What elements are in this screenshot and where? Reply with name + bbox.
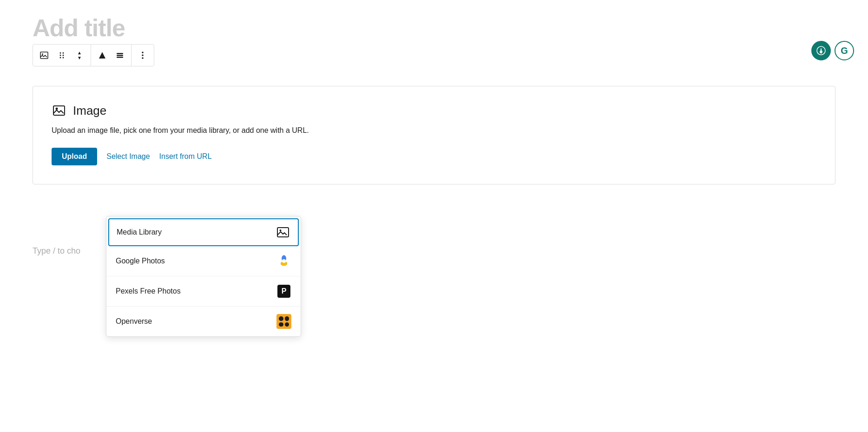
svg-point-14 [142,57,144,59]
image-block-icon [52,103,66,118]
svg-rect-10 [117,55,123,56]
block-toolbar: ▲ ▼ [33,44,154,66]
svg-point-4 [60,55,61,56]
dropdown-item-pexels[interactable]: Pexels Free Photos P [106,276,301,307]
insert-from-url-button[interactable]: Insert from URL [159,152,212,161]
svg-point-3 [63,52,64,54]
toolbar-group-2 [91,45,132,66]
svg-rect-9 [117,53,123,54]
pexels-icon: P [276,284,291,299]
svg-rect-19 [277,228,289,237]
image-icon-btn[interactable] [36,47,53,64]
google-photos-label: Google Photos [116,257,165,265]
type-to-choose-placeholder: Type / to cho [33,246,80,256]
toolbar-group-3 [132,45,154,66]
openverse-label: Openverse [116,317,152,326]
svg-point-13 [142,54,144,56]
svg-point-20 [280,229,282,231]
svg-marker-8 [99,52,105,59]
select-image-dropdown: Media Library Google Photos [106,216,301,337]
drag-handle-btn[interactable] [53,47,70,64]
image-block-title: Image [73,104,106,118]
svg-point-5 [63,55,64,56]
upload-button[interactable]: Upload [52,148,97,165]
align-center-btn[interactable] [112,47,128,64]
svg-rect-11 [117,57,123,58]
openverse-icon [276,314,291,329]
dropdown-item-media-library[interactable]: Media Library [108,218,299,246]
media-library-label: Media Library [117,228,162,236]
user-avatar[interactable]: G [835,41,854,60]
svg-point-18 [56,108,58,110]
image-block-description: Upload an image file, pick one from your… [52,126,816,135]
top-right-avatars: G [811,41,854,60]
media-library-icon [276,225,290,240]
google-photos-icon [276,254,291,268]
move-updown-btn[interactable]: ▲ ▼ [71,47,88,64]
svg-point-6 [60,57,61,59]
svg-rect-0 [40,52,48,59]
toolbar-group-1: ▲ ▼ [33,45,91,66]
svg-point-1 [42,53,43,55]
svg-point-7 [63,57,64,59]
align-left-btn[interactable] [94,47,111,64]
more-options-btn[interactable] [134,47,151,64]
svg-point-12 [142,52,144,53]
image-block: Image Upload an image file, pick one fro… [33,86,835,184]
image-block-actions: Upload Select Image Insert from URL [52,148,816,165]
hint-avatar[interactable] [811,41,831,60]
page-title: Add title [33,14,125,42]
svg-point-2 [60,52,61,54]
select-image-button[interactable]: Select Image [106,152,150,161]
pexels-label: Pexels Free Photos [116,287,181,295]
image-block-header: Image [52,103,816,118]
svg-rect-17 [53,106,65,115]
dropdown-item-google-photos[interactable]: Google Photos [106,246,301,276]
dropdown-item-openverse[interactable]: Openverse [106,307,301,336]
svg-point-25 [282,259,286,263]
